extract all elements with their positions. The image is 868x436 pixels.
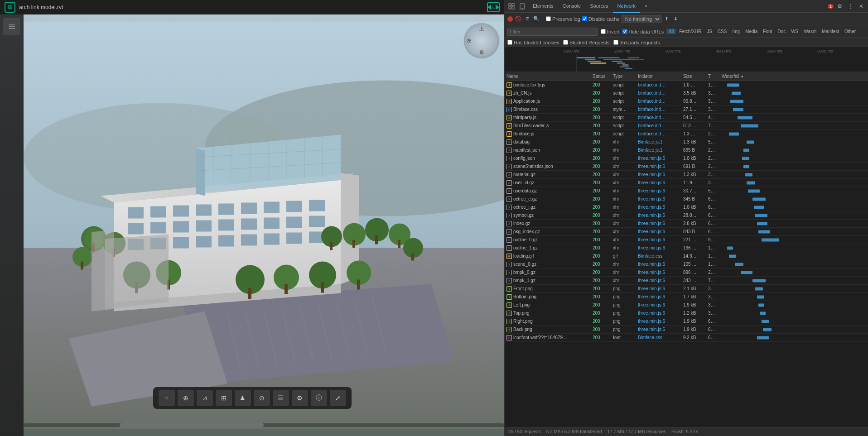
search-button[interactable]: 🔍 xyxy=(533,15,540,23)
tab-network[interactable]: Network xyxy=(613,0,640,13)
tab-more[interactable]: » xyxy=(640,0,652,13)
cell-initiator[interactable]: bimface.ind… xyxy=(636,82,681,87)
filter-media[interactable]: Media xyxy=(743,29,760,34)
cell-initiator[interactable]: bimface.ind… xyxy=(636,123,681,128)
cell-initiator[interactable]: three.min.js:6 xyxy=(636,180,681,185)
invert-label[interactable]: Invert xyxy=(601,29,620,34)
cell-initiator[interactable]: bimface.ind… xyxy=(636,91,681,96)
col-header-initiator[interactable]: Initiator xyxy=(636,74,681,79)
location-tool-button[interactable]: ⊙ xyxy=(254,390,270,406)
cell-initiator[interactable]: three.min.js:6 xyxy=(636,156,681,161)
cell-initiator[interactable]: three.min.js:6 xyxy=(636,221,681,226)
cell-initiator[interactable]: three.min.js:6 xyxy=(636,188,681,193)
filter-js[interactable]: JS xyxy=(704,29,714,34)
import-button[interactable]: ⬆ xyxy=(663,15,670,23)
hide-data-urls-checkbox[interactable] xyxy=(622,29,627,34)
list-tool-button[interactable]: ☰ xyxy=(273,390,289,406)
table-row[interactable]: X outline_1.gz 200 xhr three.min.js:6 16… xyxy=(505,244,868,252)
tab-sources[interactable]: Sources xyxy=(585,0,612,13)
disable-cache-label[interactable]: Disable cache xyxy=(582,16,620,22)
table-row[interactable]: I Bottom.png 200 png three.min.js:6 1.7 … xyxy=(505,293,868,301)
table-row[interactable]: X octree_e.gz 200 xhr three.min.js:6 345… xyxy=(505,195,868,203)
col-header-waterfall[interactable]: Waterfall xyxy=(720,74,868,79)
throttling-select[interactable]: No throttlingFast 3GSlow 3G xyxy=(622,15,661,23)
table-row[interactable]: J thirdparty.js 200 script bimface.ind… … xyxy=(505,114,868,122)
invert-checkbox[interactable] xyxy=(601,29,606,34)
preserve-log-label[interactable]: Preserve log xyxy=(546,16,580,22)
disable-cache-checkbox[interactable] xyxy=(582,16,587,21)
cell-initiator[interactable]: three.min.js:6 xyxy=(636,294,681,299)
cell-initiator[interactable]: three.min.js:6 xyxy=(636,196,681,201)
record-button[interactable] xyxy=(507,16,513,22)
col-header-name[interactable]: Name xyxy=(505,74,591,79)
col-header-size[interactable]: Size xyxy=(681,74,706,79)
filter-img[interactable]: Img xyxy=(730,29,742,34)
tab-console[interactable]: Console xyxy=(558,0,585,13)
table-row[interactable]: X manifest.json 200 xhr Bimface.js:1 895… xyxy=(505,146,868,154)
table-row[interactable]: I Front.png 200 png three.min.js:6 2.1 k… xyxy=(505,285,868,293)
network-table[interactable]: Name Status Type Initiator Size T Waterf… xyxy=(505,72,868,427)
devtools-device-button[interactable] xyxy=(517,1,527,11)
col-header-time[interactable]: T xyxy=(706,74,720,79)
table-row[interactable]: I Left.png 200 png three.min.js:6 1.9 kB… xyxy=(505,301,868,309)
table-row[interactable]: J zh_CN.js 200 script bimface.ind… 3.5 k… xyxy=(505,89,868,97)
filter-wasm[interactable]: Wasm xyxy=(801,29,819,34)
cell-initiator[interactable]: three.min.js:6 xyxy=(636,164,681,169)
filter-other[interactable]: Other xyxy=(842,29,858,34)
third-party-requests-label[interactable]: 3rd-party requests xyxy=(613,40,660,45)
cell-initiator[interactable]: three.min.js:6 xyxy=(636,213,681,218)
cell-initiator[interactable]: three.min.js:6 xyxy=(636,319,681,324)
cell-initiator[interactable]: Bimface.js:1 xyxy=(636,139,681,144)
table-row[interactable]: F iconfont.woff2?t=164679… 200 font Bimf… xyxy=(505,334,868,342)
table-row[interactable]: X octree_i.gz 200 xhr three.min.js:6 1.0… xyxy=(505,203,868,211)
table-row[interactable]: X config.json 200 xhr three.min.js:6 1.0… xyxy=(505,154,868,163)
cell-initiator[interactable]: three.min.js:6 xyxy=(636,286,681,291)
cell-initiator[interactable]: bimface.ind… xyxy=(636,99,681,104)
filter-button[interactable]: ⚗ xyxy=(524,15,531,23)
has-blocked-cookies-checkbox[interactable] xyxy=(507,40,512,45)
cell-initiator[interactable]: bimface.ind… xyxy=(636,115,681,120)
filter-doc[interactable]: Doc xyxy=(775,29,788,34)
devtools-customize-button[interactable]: ⋮ xyxy=(845,1,855,11)
home-tool-button[interactable]: ⌂ xyxy=(159,390,175,406)
scroll-thumb[interactable] xyxy=(120,423,264,427)
table-row[interactable]: J Application.js 200 script bimface.ind…… xyxy=(505,97,868,105)
table-row[interactable]: J BimTilesLoader.js 200 script bimface.i… xyxy=(505,122,868,130)
table-row[interactable]: X bmpk_0.gz 200 xhr three.min.js:6 896 …… xyxy=(505,268,868,277)
fullscreen-tool-button[interactable]: ⤢ xyxy=(330,390,346,406)
cell-initiator[interactable]: Bimface.js:1 xyxy=(636,148,681,153)
filter-manifest[interactable]: Manifest xyxy=(820,29,841,34)
cell-initiator[interactable]: three.min.js:6 xyxy=(636,229,681,234)
settings-tool-button[interactable]: ⚙ xyxy=(292,390,308,406)
table-row[interactable]: X bmpk_1.gz 200 xhr three.min.js:6 343 …… xyxy=(505,277,868,285)
filter-input[interactable] xyxy=(507,28,598,36)
has-blocked-cookies-label[interactable]: Has blocked cookies xyxy=(507,40,559,45)
cell-initiator[interactable]: three.min.js:6 xyxy=(636,237,681,242)
preserve-log-checkbox[interactable] xyxy=(546,16,551,21)
table-row[interactable]: X pkg_index.gz 200 xhr three.min.js:6 84… xyxy=(505,228,868,236)
filter-font[interactable]: Font xyxy=(761,29,774,34)
filter-fetch-xhr[interactable]: Fetch/XHR xyxy=(677,29,704,34)
filter-all[interactable]: All xyxy=(666,29,676,34)
cell-initiator[interactable]: three.min.js:6 xyxy=(636,172,681,177)
search-tool-button[interactable]: ⊕ xyxy=(178,390,194,406)
devtools-inspect-button[interactable] xyxy=(506,1,516,11)
cell-initiator[interactable]: three.min.js:6 xyxy=(636,245,681,250)
devtools-settings-button[interactable]: ⚙ xyxy=(834,1,844,11)
table-row[interactable]: X material.gz 200 xhr three.min.js:6 1.3… xyxy=(505,171,868,179)
devtools-toggle-button[interactable] xyxy=(487,2,500,12)
person-tool-button[interactable]: ♟ xyxy=(235,390,251,406)
table-row[interactable]: I Back.png 200 png three.min.js:6 1.9 kB… xyxy=(505,326,868,334)
filter-ws[interactable]: WS xyxy=(789,29,800,34)
table-row[interactable]: X databag 200 xhr Bimface.js:1 1.3 kB 5… xyxy=(505,138,868,146)
blocked-requests-checkbox[interactable] xyxy=(563,40,568,45)
table-row[interactable]: X user_id.gz 200 xhr three.min.js:6 11.9… xyxy=(505,179,868,187)
table-row[interactable]: X symbol.gz 200 xhr three.min.js:6 28.0…… xyxy=(505,211,868,220)
cell-initiator[interactable]: three.min.js:6 xyxy=(636,327,681,332)
cell-initiator[interactable]: bimface.ind… xyxy=(636,131,681,136)
scroll-track[interactable] xyxy=(24,423,504,427)
table-row[interactable]: G loading.gif 200 gif Bimface.css 14.3… … xyxy=(505,252,868,260)
blocked-requests-label[interactable]: Blocked Requests xyxy=(563,40,610,45)
table-row[interactable]: I Right.png 200 png three.min.js:6 1.9 k… xyxy=(505,317,868,326)
table-row[interactable]: J Bimface.js 200 script bimface.ind… 1.3… xyxy=(505,130,868,138)
